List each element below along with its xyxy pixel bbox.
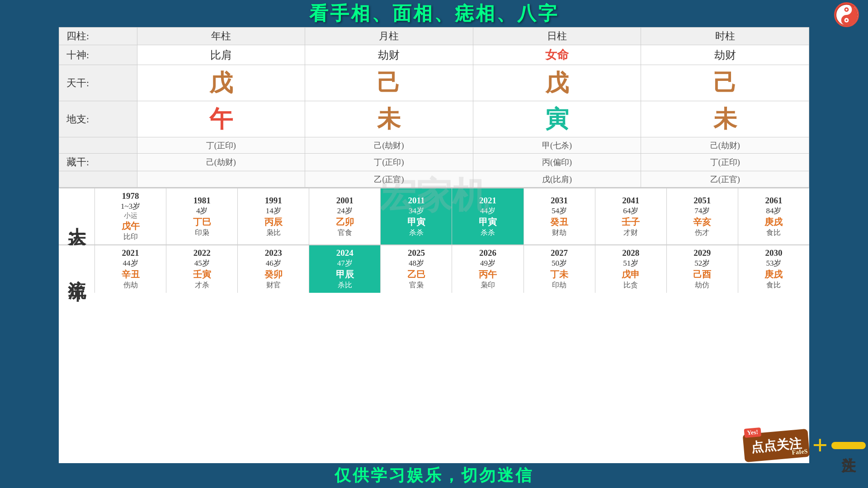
header-title: 看手相、面相、痣相、八字 [309, 1, 559, 26]
dizhi-row: 地支: 午 未 寅 未 [59, 101, 809, 137]
dayun-cell-8: 2051 74岁 辛亥 伤才 [667, 188, 738, 244]
liuyear-cell-8: 2029 52岁 己酉 劫仿 [667, 245, 738, 293]
shishen-shizhu: 劫财 [641, 45, 809, 65]
liuyear-cell-6: 2027 50岁 丁未 印劫 [524, 245, 595, 293]
tiangan-yue: 己 [305, 65, 473, 101]
liuyear-section: 流年 2021 44岁 辛丑 伤劫 2022 45岁 壬寅 才杀 2023 46… [59, 244, 809, 293]
canggan-label [59, 137, 137, 154]
deco-badge: Yes! 点点关注 FaIeS [742, 428, 810, 462]
dayun-cell-1: 1981 4岁 丁巳 印枭 [166, 188, 238, 244]
liuyear-cell-2: 2023 46岁 癸卯 财官 [238, 245, 309, 293]
dayun-cell-3: 2001 24岁 乙卯 官食 [309, 188, 381, 244]
bottom-right-decorations: Yes! 点点关注 FaIeS + 关注 [744, 430, 866, 461]
rizhu-header: 日柱 [473, 28, 641, 45]
dizhi-ri: 寅 [473, 101, 641, 137]
canggan-ri-2: 丙(偏印) [473, 154, 641, 171]
canggan-row3: 乙(正官) 戊(比肩) 乙(正官) [59, 171, 809, 188]
footer-text: 仅供学习娱乐，切勿迷信 [335, 465, 533, 487]
dayun-cell-9: 2061 84岁 庚戌 食比 [738, 188, 809, 244]
liuyear-label: 流年 [59, 245, 95, 293]
dizhi-shi: 未 [641, 101, 809, 137]
main-content: 宏家机 四柱: 年柱 月柱 日柱 时柱 十神: 比肩 劫财 女命 劫财 天干: [59, 27, 809, 463]
falls-text: FaIeS [792, 448, 808, 456]
canggan-row1: 丁(正印) 己(劫财) 甲(七杀) 己(劫财) [59, 137, 809, 154]
liuyear-cell-9: 2030 53岁 庚戌 食比 [738, 245, 809, 293]
shishen-nianzhu: 比肩 [137, 45, 305, 65]
dizhi-nian: 午 [137, 101, 305, 137]
bazi-table: 四柱: 年柱 月柱 日柱 时柱 十神: 比肩 劫财 女命 劫财 天干: 戊 己 … [59, 27, 809, 188]
dayun-cell-7: 2041 64岁 壬子 才财 [595, 188, 667, 244]
shishen-row: 十神: 比肩 劫财 女命 劫财 [59, 45, 809, 65]
sizhu-label: 四柱: [59, 28, 137, 45]
dayun-cells: 1978 1~3岁 小运 戊午 比印 1981 4岁 丁巳 印枭 1991 14… [95, 188, 809, 244]
shizhu-header: 时柱 [641, 28, 809, 45]
liuyear-cell-7: 2028 51岁 戊申 比贪 [595, 245, 667, 293]
liuyear-cell-4: 2025 48岁 乙巳 官枭 [381, 245, 452, 293]
yuezhu-header: 月柱 [305, 28, 473, 45]
canggan-shi-3: 乙(正官) [641, 171, 809, 188]
liuyear-cell-3: 2024 47岁 甲辰 杀比 [309, 245, 381, 293]
canggan-ri-3: 戊(比肩) [473, 171, 641, 188]
canggan-row2: 藏干: 己(劫财) 丁(正印) 丙(偏印) 丁(正印) [59, 154, 809, 171]
dayun-cell-4: 2011 34岁 甲寅 杀杀 [381, 188, 452, 244]
liuyear-cell-1: 2022 45岁 壬寅 才杀 [166, 245, 238, 293]
canggan-nian-2: 己(劫财) [137, 154, 305, 171]
liuyear-cells: 2021 44岁 辛丑 伤劫 2022 45岁 壬寅 才杀 2023 46岁 癸… [95, 245, 809, 293]
liuyear-cell-0: 2021 44岁 辛丑 伤劫 [95, 245, 166, 293]
canggan-nian-1: 丁(正印) [137, 137, 305, 154]
shishen-label: 十神: [59, 45, 137, 65]
plus-icon[interactable]: + [812, 430, 828, 461]
dayun-label: 大运 [59, 188, 95, 244]
dayun-cell-5: 2021 44岁 甲寅 杀杀 [452, 188, 524, 244]
tiangan-nian: 戊 [137, 65, 305, 101]
canggan-label3 [59, 171, 137, 188]
dizhi-label: 地支: [59, 101, 137, 137]
dayun-cell-2: 1991 14岁 丙辰 枭比 [238, 188, 309, 244]
dayun-section: 大运 1978 1~3岁 小运 戊午 比印 1981 4岁 丁巳 印枭 1991… [59, 188, 809, 244]
dayun-cell-0: 1978 1~3岁 小运 戊午 比印 [95, 188, 166, 244]
yin-yang-logo [834, 2, 859, 27]
guanzhu-button[interactable]: 关注 [831, 442, 866, 449]
header: 看手相、面相、痣相、八字 [0, 0, 868, 27]
tiangan-label: 天干: [59, 65, 137, 101]
tiangan-shi: 己 [641, 65, 809, 101]
dayun-cell-6: 2031 54岁 癸丑 财劫 [524, 188, 595, 244]
nianzhu-header: 年柱 [137, 28, 305, 45]
canggan-yue-3: 乙(正官) [305, 171, 473, 188]
canggan-yue-1: 己(劫财) [305, 137, 473, 154]
canggan-ri-1: 甲(七杀) [473, 137, 641, 154]
svg-point-4 [846, 19, 848, 21]
liuyear-cell-5: 2026 49岁 丙午 枭印 [452, 245, 524, 293]
tiangan-row: 天干: 戊 己 戊 己 [59, 65, 809, 101]
shishen-rizhu: 女命 [473, 45, 641, 65]
canggan-label2: 藏干: [59, 154, 137, 171]
dizhi-yue: 未 [305, 101, 473, 137]
canggan-yue-2: 丁(正印) [305, 154, 473, 171]
header-row: 四柱: 年柱 月柱 日柱 时柱 [59, 28, 809, 45]
yes-label: Yes! [744, 427, 761, 437]
canggan-shi-2: 丁(正印) [641, 154, 809, 171]
canggan-shi-1: 己(劫财) [641, 137, 809, 154]
tiangan-ri: 戊 [473, 65, 641, 101]
svg-point-3 [846, 9, 848, 10]
canggan-nian-3 [137, 171, 305, 188]
shishen-yuezhu: 劫财 [305, 45, 473, 65]
footer: 仅供学习娱乐，切勿迷信 [0, 463, 868, 488]
